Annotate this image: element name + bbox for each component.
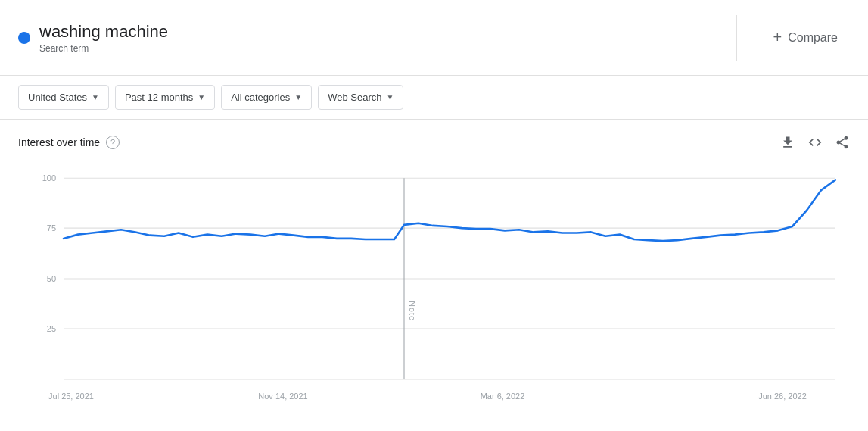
chart-title: Interest over time [18,136,100,148]
search-term-text: washing machine Search term [39,22,168,54]
time-range-filter[interactable]: Past 12 months ▼ [115,85,215,110]
code-icon [807,135,823,150]
help-icon-label: ? [110,138,115,147]
search-term-subtitle: Search term [39,43,168,54]
y-label-50: 50 [47,274,56,283]
category-chevron-icon: ▼ [294,93,302,102]
chart-header: Interest over time ? [18,135,850,150]
plus-icon: + [773,29,782,46]
x-label-nov: Nov 14, 2021 [258,392,307,401]
x-label-jun: Jun 26, 2022 [758,392,807,401]
share-icon [835,135,850,150]
download-button[interactable] [780,135,795,150]
chart-section: Interest over time ? [0,120,868,420]
region-label: United States [28,92,87,103]
embed-button[interactable] [807,135,823,150]
compare-label: Compare [788,31,838,45]
time-range-chevron-icon: ▼ [198,93,205,102]
x-label-mar: Mar 6, 2022 [481,392,525,401]
note-label: Note [408,301,416,321]
vertical-divider [736,15,737,61]
region-chevron-icon: ▼ [92,93,99,102]
filters-bar: United States ▼ Past 12 months ▼ All cat… [0,76,868,120]
trend-line [64,180,835,241]
y-label-100: 100 [42,173,56,183]
chart-container: 100 75 50 25 Jul 25, 2021 Nov 14, 2021 M… [18,162,850,420]
chart-title-group: Interest over time ? [18,136,120,149]
chart-actions [780,135,850,150]
header: washing machine Search term + Compare [0,0,868,76]
category-label: All categories [231,92,290,103]
search-type-chevron-icon: ▼ [386,93,394,102]
search-term-title: washing machine [39,22,168,42]
help-icon[interactable]: ? [106,136,120,149]
share-button[interactable] [835,135,850,150]
search-term-dot [18,32,30,44]
x-label-jul: Jul 25, 2021 [48,392,94,401]
time-range-label: Past 12 months [125,92,193,103]
search-term-section: washing machine Search term [18,22,712,54]
search-type-label: Web Search [328,92,381,103]
search-type-filter[interactable]: Web Search ▼ [318,85,403,110]
y-label-25: 25 [47,324,56,333]
y-label-75: 75 [47,223,56,233]
category-filter[interactable]: All categories ▼ [221,85,312,110]
compare-button[interactable]: + Compare [761,23,851,52]
region-filter[interactable]: United States ▼ [18,85,109,110]
trend-chart: 100 75 50 25 Jul 25, 2021 Nov 14, 2021 M… [18,162,850,420]
download-icon [780,135,795,150]
